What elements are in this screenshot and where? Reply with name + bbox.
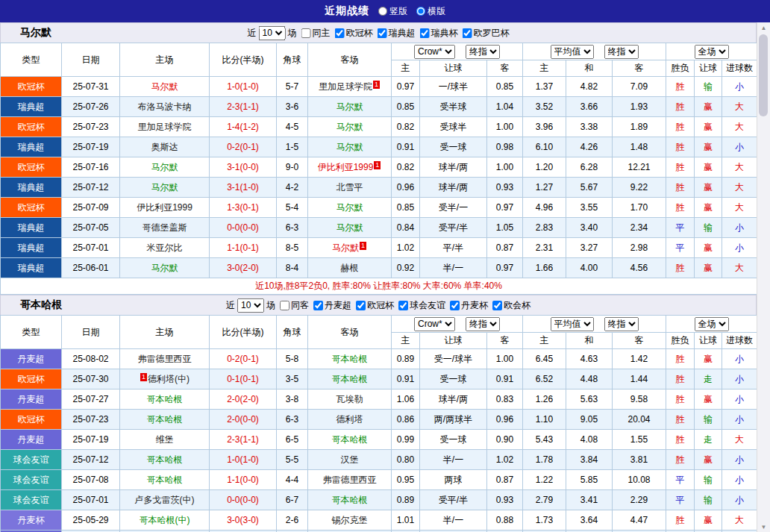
fulltime-select[interactable]: 全场	[695, 45, 729, 59]
score[interactable]: 2-0(0-0)	[210, 410, 277, 430]
league-filter-1[interactable]: 瑞典超	[378, 27, 416, 40]
away-team[interactable]: 马尔默	[308, 97, 392, 117]
score[interactable]: 2-0(2-0)	[210, 389, 277, 410]
score[interactable]: 2-3(1-1)	[210, 430, 277, 450]
home-team[interactable]: 哥本哈根	[120, 450, 210, 470]
home-team[interactable]: 维堡	[120, 430, 210, 450]
odds-stage-select[interactable]: 终指	[466, 317, 500, 331]
league-filter-0-checkbox[interactable]	[313, 301, 323, 310]
layout-horizontal-option[interactable]: 横版	[416, 5, 445, 18]
score[interactable]: 1-0(1-0)	[210, 450, 277, 470]
league-filter-2-checkbox[interactable]	[420, 28, 430, 38]
league-filter-2-checkbox[interactable]	[398, 301, 408, 310]
away-team[interactable]: 弗雷德里西亚	[308, 470, 392, 490]
home-team[interactable]: 哥本哈根	[120, 470, 210, 490]
score[interactable]: 1-1(0-0)	[210, 470, 277, 490]
home-team[interactable]: 奥斯达	[120, 137, 210, 157]
league-filter-3-checkbox[interactable]	[463, 28, 472, 38]
vertical-scrollbar[interactable]: ▲ ▼	[757, 22, 770, 532]
same-venue-filter-checkbox[interactable]	[280, 301, 289, 310]
league-filter-1[interactable]: 欧冠杯	[356, 299, 394, 312]
score[interactable]: 0-2(0-1)	[210, 349, 277, 369]
home-team[interactable]: 马尔默	[120, 157, 210, 178]
league-filter-1-checkbox[interactable]	[356, 301, 366, 310]
score[interactable]: 1-0(1-0)	[210, 77, 277, 97]
league-filter-4[interactable]: 欧会杯	[492, 299, 530, 312]
odds-company-select[interactable]: Crow*	[414, 45, 455, 59]
away-team[interactable]: 马尔默	[308, 198, 392, 218]
league-filter-2[interactable]: 球会友谊	[398, 299, 445, 312]
score[interactable]: 1-1(0-1)	[210, 238, 277, 258]
same-venue-filter[interactable]: 同主	[301, 27, 331, 40]
corners: 6-5	[277, 430, 308, 450]
home-team[interactable]: 哥本哈根	[120, 410, 210, 430]
home-team[interactable]: 里加足球学院	[120, 117, 210, 137]
league-filter-0-checkbox[interactable]	[335, 28, 345, 38]
score[interactable]: 3-1(0-0)	[210, 157, 277, 178]
away-team[interactable]: 马尔默1	[308, 238, 392, 258]
home-team[interactable]: 马尔默	[120, 178, 210, 198]
away-team[interactable]: 瓦埃勒	[308, 389, 392, 410]
home-team[interactable]: 哥德堡盖斯	[120, 218, 210, 238]
home-team[interactable]: 1德利塔(中)	[120, 369, 210, 389]
league-filter-4-checkbox[interactable]	[492, 301, 502, 310]
score[interactable]: 0-1(0-1)	[210, 369, 277, 389]
away-team[interactable]: 哥本哈根	[308, 430, 392, 450]
away-team[interactable]: 马尔默	[308, 137, 392, 157]
away-team[interactable]: 里加足球学院1	[308, 77, 392, 97]
away-team[interactable]: 锡尔克堡	[308, 510, 392, 531]
odds-company-select[interactable]: Crow*	[414, 317, 455, 331]
score[interactable]: 1-3(0-1)	[210, 198, 277, 218]
away-team[interactable]: 伊比利亚19991	[308, 157, 392, 178]
away-team[interactable]: 汉堡	[308, 450, 392, 470]
league-filter-3-checkbox[interactable]	[450, 301, 460, 310]
fulltime-select[interactable]: 全场	[695, 317, 729, 331]
match-count-select[interactable]: 10	[237, 298, 264, 313]
home-team[interactable]: 马尔默	[120, 258, 210, 278]
score[interactable]: 3-0(3-0)	[210, 510, 277, 531]
scrollbar-thumb[interactable]	[759, 34, 768, 116]
home-team[interactable]: 哥本哈根	[120, 389, 210, 410]
score[interactable]: 0-0(0-0)	[210, 218, 277, 238]
vertical-radio[interactable]	[378, 7, 387, 16]
avg-stage-select[interactable]: 终指	[604, 45, 639, 59]
odds-stage-select[interactable]: 终指	[466, 45, 500, 59]
away-team[interactable]: 哥本哈根	[308, 490, 392, 510]
league-filter-3[interactable]: 丹麦杯	[450, 299, 488, 312]
same-venue-filter-checkbox[interactable]	[301, 28, 311, 38]
same-venue-filter[interactable]: 同客	[280, 299, 309, 312]
score[interactable]: 2-3(1-1)	[210, 97, 277, 117]
score[interactable]: 1-4(1-2)	[210, 117, 277, 137]
home-team[interactable]: 弗雷德里西亚	[120, 349, 210, 369]
league-filter-0[interactable]: 丹麦超	[313, 299, 351, 312]
league-filter-2[interactable]: 瑞典杯	[420, 27, 458, 40]
league-filter-0[interactable]: 欧冠杯	[335, 27, 373, 40]
home-team[interactable]: 马尔默	[120, 77, 210, 97]
horizontal-radio[interactable]	[416, 7, 425, 16]
score[interactable]: 3-1(1-0)	[210, 178, 277, 198]
score[interactable]: 0-0(0-0)	[210, 490, 277, 510]
home-team[interactable]: 布洛马波卡纳	[120, 97, 210, 117]
league-filter-1-checkbox[interactable]	[378, 28, 387, 38]
away-team[interactable]: 北雪平	[308, 178, 392, 198]
scroll-down-arrow[interactable]: ▼	[757, 522, 770, 532]
away-team[interactable]: 德利塔	[308, 410, 392, 430]
home-team[interactable]: 哥本哈根(中)	[120, 510, 210, 531]
scroll-up-arrow[interactable]: ▲	[757, 22, 770, 33]
away-team[interactable]: 马尔默	[308, 117, 392, 137]
home-team[interactable]: 米亚尔比	[120, 238, 210, 258]
home-team[interactable]: 伊比利亚1999	[120, 198, 210, 218]
away-team[interactable]: 哥本哈根	[308, 369, 392, 389]
avg-stage-select[interactable]: 终指	[604, 317, 639, 331]
home-team[interactable]: 卢多戈雷茨(中)	[120, 490, 210, 510]
away-team[interactable]: 哥本哈根	[308, 349, 392, 369]
score[interactable]: 0-2(0-1)	[210, 137, 277, 157]
score[interactable]: 3-0(2-0)	[210, 258, 277, 278]
layout-vertical-option[interactable]: 竖版	[378, 5, 407, 18]
away-team[interactable]: 赫根	[308, 258, 392, 278]
avg-company-select[interactable]: 平均值	[551, 317, 594, 331]
away-team[interactable]: 马尔默	[308, 218, 392, 238]
avg-company-select[interactable]: 平均值	[551, 45, 594, 59]
league-filter-3[interactable]: 欧罗巴杯	[463, 27, 510, 40]
match-count-select[interactable]: 10	[259, 26, 286, 40]
